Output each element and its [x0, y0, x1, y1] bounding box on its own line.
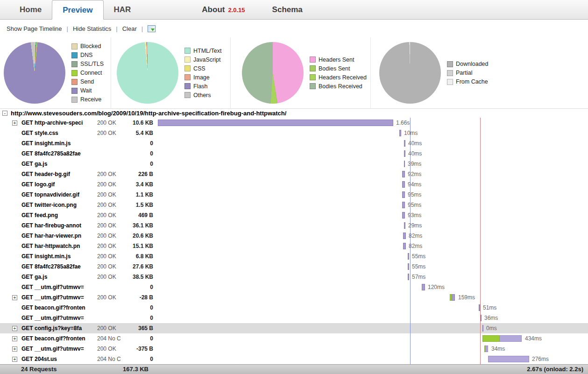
request-status: 200 OK	[95, 130, 125, 136]
request-waterfall: 82ms	[157, 231, 588, 241]
tab-har[interactable]: HAR	[104, 0, 142, 19]
request-row[interactable]: GET ga.js 0 39ms	[0, 159, 588, 169]
request-status: 200 OK	[95, 294, 125, 301]
expand-icon[interactable]: +	[12, 357, 17, 362]
legend-label: Wait	[80, 87, 92, 94]
request-row[interactable]: GET style.css 200 OK 5.4 KB 10ms	[0, 128, 588, 138]
request-row[interactable]: GET topnavdivider.gif 200 OK 1.1 KB 95ms	[0, 190, 588, 200]
timing-bar[interactable]	[408, 274, 409, 280]
timing-bar[interactable]	[450, 294, 455, 301]
timing-label: 34ms	[491, 344, 505, 354]
request-row[interactable]: GET insight.min.js 200 OK 6.8 KB 55ms	[0, 251, 588, 261]
request-row[interactable]: GET header-bg.gif 200 OK 226 B 92ms	[0, 169, 588, 179]
page-header[interactable]: - http://www.stevesouders.com/blog/2009/…	[0, 108, 588, 118]
request-row[interactable]: GET beacon.gif?fronten 0 51ms	[0, 303, 588, 313]
request-row[interactable]: GET __utm.gif?utmwv= 0 120ms	[0, 282, 588, 292]
version-label: 2.0.15	[228, 7, 245, 14]
request-row[interactable]: GET ga.js 200 OK 38.5 KB 57ms	[0, 272, 588, 282]
request-file: __utm.gif?utmwv=	[35, 294, 84, 301]
request-status: 200 OK	[95, 243, 125, 249]
timing-bar-segment	[408, 263, 409, 270]
timing-bar[interactable]	[404, 222, 405, 229]
legend-item: From Cache	[447, 78, 489, 85]
request-name: GET har-firebug-annot	[21, 222, 95, 229]
request-name: GET ga.js	[21, 274, 95, 280]
tab-home[interactable]: Home	[9, 0, 52, 19]
timing-bar-segment	[422, 284, 425, 290]
expand-icon[interactable]: +	[12, 346, 17, 352]
request-row[interactable]: + GET __utm.gif?utmwv= 200 OK -375 B 34m…	[0, 344, 588, 354]
request-row[interactable]: GET 8fa4fc2785a82fae 200 OK 27.6 KB 55ms	[0, 261, 588, 272]
request-row[interactable]: GET __utm.gif?utmwv= 0 36ms	[0, 313, 588, 323]
timing-bar[interactable]	[158, 120, 393, 126]
request-size: 469 B	[125, 212, 157, 219]
request-row[interactable]: GET har-httpwatch.pn 200 OK 15.1 KB 82ms	[0, 241, 588, 251]
legend: Blocked DNS SSL/TLS Connect Send Wait Re…	[71, 43, 104, 103]
clear-link[interactable]: Clear	[120, 25, 139, 32]
request-row[interactable]: + GET http-archive-speci 200 OK 10.6 KB …	[0, 118, 588, 128]
timing-bar[interactable]	[482, 325, 483, 332]
request-row[interactable]: GET insight.min.js 0 40ms	[0, 138, 588, 148]
timing-bar[interactable]	[479, 304, 480, 311]
tab-preview[interactable]: Preview	[52, 0, 103, 20]
timing-bar[interactable]	[408, 263, 409, 270]
export-image-icon[interactable]	[148, 25, 156, 32]
timing-bar[interactable]	[402, 181, 405, 188]
request-name: GET topnavdivider.gif	[21, 191, 95, 198]
timing-bar-segment	[452, 294, 455, 301]
total-requests: 24 Requests	[21, 365, 57, 374]
timing-bar[interactable]	[422, 284, 425, 290]
timing-label: 29ms	[408, 220, 422, 231]
request-row[interactable]: + GET __utm.gif?utmwv= 200 OK -28 B 159m…	[0, 292, 588, 303]
timing-bar[interactable]	[404, 150, 405, 157]
timing-bar[interactable]	[408, 253, 409, 260]
timing-bar[interactable]	[484, 346, 488, 352]
timing-bar[interactable]	[404, 161, 405, 167]
pie-chart	[242, 42, 304, 104]
timing-bar[interactable]	[404, 140, 405, 147]
timing-bar[interactable]	[488, 356, 529, 362]
expand-icon[interactable]: +	[12, 336, 17, 341]
legend-swatch	[310, 56, 316, 63]
request-row[interactable]: + GET 204st.us 204 No C 0 276ms	[0, 354, 588, 364]
collapse-icon[interactable]: -	[2, 111, 7, 116]
request-method: GET	[21, 304, 33, 311]
hide-statistics-link[interactable]: Hide Statistics	[71, 25, 113, 32]
tab-schema[interactable]: Schema	[262, 0, 313, 19]
timing-bar[interactable]	[402, 212, 405, 219]
request-row[interactable]: + GET config.js?key=8fa 200 OK 365 B 0ms	[0, 323, 588, 333]
request-name: GET http-archive-speci	[21, 120, 95, 126]
timing-bar[interactable]	[403, 243, 406, 249]
timing-bar[interactable]	[482, 335, 522, 342]
request-row[interactable]: + GET beacon.gif?fronten 204 No C 0 434m…	[0, 333, 588, 344]
timing-bar[interactable]	[402, 171, 405, 177]
request-waterfall: 39ms	[157, 159, 588, 169]
timing-bar-segment	[402, 181, 405, 188]
expand-icon[interactable]: +	[12, 295, 17, 300]
timing-bar[interactable]	[402, 202, 405, 208]
timing-bar[interactable]	[481, 315, 482, 321]
timing-bar[interactable]	[403, 233, 406, 239]
request-method: GET	[21, 346, 33, 352]
request-row[interactable]: GET logo.gif 200 OK 3.4 KB 94ms	[0, 179, 588, 190]
timing-label: 10ms	[404, 128, 418, 138]
request-status: 200 OK	[95, 346, 125, 352]
request-row[interactable]: GET har-firebug-annot 200 OK 36.1 KB 29m…	[0, 220, 588, 231]
tab-about[interactable]: About 2.0.15	[202, 0, 245, 19]
request-row[interactable]: GET 8fa4fc2785a82fae 0 40ms	[0, 148, 588, 159]
request-row[interactable]: GET har-har-viewer.pn 200 OK 20.6 KB 82m…	[0, 231, 588, 241]
timing-bar[interactable]	[402, 191, 405, 198]
request-row[interactable]: GET twitter-icon.png 200 OK 1.5 KB 95ms	[0, 200, 588, 210]
request-waterfall: 40ms	[157, 148, 588, 159]
show-page-timeline-link[interactable]: Show Page Timeline	[5, 25, 64, 32]
request-file: har-har-viewer.pn	[35, 233, 81, 239]
timing-bar-segment	[404, 150, 405, 157]
legend-label: Others	[193, 92, 211, 99]
request-status: 200 OK	[95, 171, 125, 177]
timing-bar[interactable]	[399, 130, 401, 136]
request-method: GET	[21, 263, 33, 270]
expand-icon[interactable]: +	[12, 326, 17, 331]
expand-icon[interactable]: +	[12, 120, 17, 126]
total-size: 167.3 KB	[107, 365, 149, 374]
request-row[interactable]: GET feed.png 200 OK 469 B 93ms	[0, 210, 588, 220]
